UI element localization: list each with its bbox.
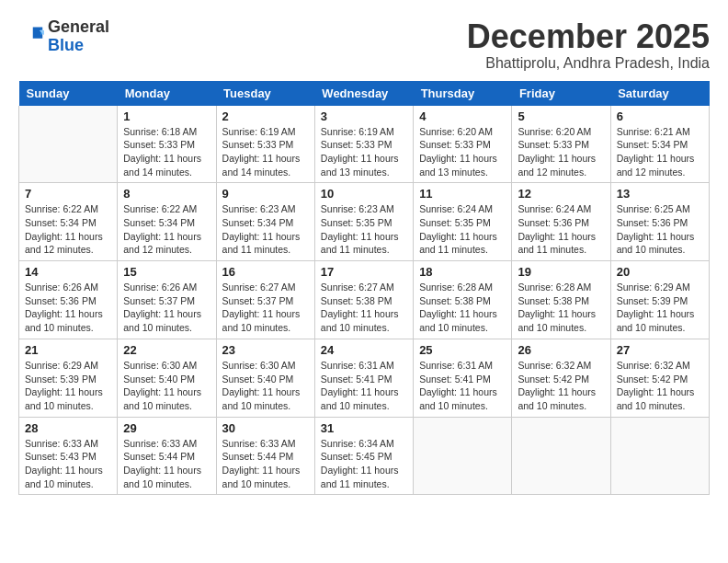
day-number: 17 xyxy=(321,265,407,279)
logo-icon xyxy=(18,24,44,50)
header-tuesday: Tuesday xyxy=(216,81,314,106)
day-number: 19 xyxy=(518,265,604,279)
day-number: 13 xyxy=(617,187,703,201)
day-info: Sunrise: 6:29 AM Sunset: 5:39 PM Dayligh… xyxy=(25,359,111,413)
day-info: Sunrise: 6:26 AM Sunset: 5:36 PM Dayligh… xyxy=(25,281,111,335)
calendar-cell: 23Sunrise: 6:30 AM Sunset: 5:40 PM Dayli… xyxy=(216,339,314,417)
calendar-cell: 18Sunrise: 6:28 AM Sunset: 5:38 PM Dayli… xyxy=(414,261,512,339)
day-number: 1 xyxy=(123,109,210,123)
day-info: Sunrise: 6:24 AM Sunset: 5:36 PM Dayligh… xyxy=(518,202,604,257)
day-number: 15 xyxy=(123,265,210,279)
day-info: Sunrise: 6:33 AM Sunset: 5:44 PM Dayligh… xyxy=(123,437,210,491)
day-number: 22 xyxy=(123,343,210,357)
calendar-cell xyxy=(414,417,512,495)
calendar-cell: 3Sunrise: 6:19 AM Sunset: 5:33 PM Daylig… xyxy=(314,106,413,183)
day-number: 23 xyxy=(222,343,309,357)
day-info: Sunrise: 6:31 AM Sunset: 5:41 PM Dayligh… xyxy=(419,359,506,413)
calendar-week-row: 21Sunrise: 6:29 AM Sunset: 5:39 PM Dayli… xyxy=(19,339,710,417)
day-number: 6 xyxy=(617,109,703,123)
day-number: 20 xyxy=(617,265,703,279)
calendar-cell: 2Sunrise: 6:19 AM Sunset: 5:33 PM Daylig… xyxy=(216,106,314,183)
day-number: 27 xyxy=(617,343,703,357)
day-number: 3 xyxy=(321,109,407,123)
calendar-cell: 27Sunrise: 6:32 AM Sunset: 5:42 PM Dayli… xyxy=(610,339,709,417)
day-info: Sunrise: 6:30 AM Sunset: 5:40 PM Dayligh… xyxy=(222,359,309,413)
day-number: 28 xyxy=(25,421,111,435)
logo-general: General xyxy=(48,17,109,36)
day-info: Sunrise: 6:19 AM Sunset: 5:33 PM Dayligh… xyxy=(222,125,309,179)
day-info: Sunrise: 6:32 AM Sunset: 5:42 PM Dayligh… xyxy=(617,359,703,413)
day-number: 16 xyxy=(222,265,309,279)
calendar-week-row: 1Sunrise: 6:18 AM Sunset: 5:33 PM Daylig… xyxy=(19,106,710,183)
day-info: Sunrise: 6:31 AM Sunset: 5:41 PM Dayligh… xyxy=(321,359,407,413)
day-info: Sunrise: 6:22 AM Sunset: 5:34 PM Dayligh… xyxy=(25,202,111,257)
day-info: Sunrise: 6:28 AM Sunset: 5:38 PM Dayligh… xyxy=(518,281,604,335)
day-number: 7 xyxy=(25,187,111,201)
day-number: 29 xyxy=(123,421,210,435)
day-info: Sunrise: 6:21 AM Sunset: 5:34 PM Dayligh… xyxy=(617,125,703,179)
calendar-cell: 28Sunrise: 6:33 AM Sunset: 5:43 PM Dayli… xyxy=(19,417,118,495)
calendar-cell: 16Sunrise: 6:27 AM Sunset: 5:37 PM Dayli… xyxy=(216,261,314,339)
header-friday: Friday xyxy=(512,81,610,106)
title-section: December 2025 Bhattiprolu, Andhra Prades… xyxy=(467,18,710,72)
header: General Blue December 2025 Bhattiprolu, … xyxy=(18,18,710,72)
calendar-cell xyxy=(610,417,709,495)
calendar-cell: 8Sunrise: 6:22 AM Sunset: 5:34 PM Daylig… xyxy=(118,183,216,261)
day-number: 14 xyxy=(25,265,111,279)
day-info: Sunrise: 6:19 AM Sunset: 5:33 PM Dayligh… xyxy=(321,125,407,179)
day-info: Sunrise: 6:23 AM Sunset: 5:35 PM Dayligh… xyxy=(321,202,407,257)
header-wednesday: Wednesday xyxy=(314,81,413,106)
day-number: 21 xyxy=(25,343,111,357)
month-title: December 2025 xyxy=(467,18,710,55)
calendar-week-row: 7Sunrise: 6:22 AM Sunset: 5:34 PM Daylig… xyxy=(19,183,710,261)
day-number: 18 xyxy=(419,265,506,279)
calendar-header-row: Sunday Monday Tuesday Wednesday Thursday… xyxy=(19,81,710,106)
calendar-cell: 15Sunrise: 6:26 AM Sunset: 5:37 PM Dayli… xyxy=(118,261,216,339)
calendar-cell: 12Sunrise: 6:24 AM Sunset: 5:36 PM Dayli… xyxy=(512,183,610,261)
day-number: 8 xyxy=(123,187,210,201)
calendar-cell: 30Sunrise: 6:33 AM Sunset: 5:44 PM Dayli… xyxy=(216,417,314,495)
day-info: Sunrise: 6:33 AM Sunset: 5:44 PM Dayligh… xyxy=(222,437,309,491)
day-number: 4 xyxy=(419,109,506,123)
calendar-cell: 31Sunrise: 6:34 AM Sunset: 5:45 PM Dayli… xyxy=(314,417,413,495)
header-sunday: Sunday xyxy=(19,81,118,106)
calendar-cell: 1Sunrise: 6:18 AM Sunset: 5:33 PM Daylig… xyxy=(118,106,216,183)
day-info: Sunrise: 6:24 AM Sunset: 5:35 PM Dayligh… xyxy=(419,202,506,257)
calendar-cell: 13Sunrise: 6:25 AM Sunset: 5:36 PM Dayli… xyxy=(610,183,709,261)
day-info: Sunrise: 6:34 AM Sunset: 5:45 PM Dayligh… xyxy=(321,437,407,491)
day-number: 31 xyxy=(321,421,407,435)
calendar-week-row: 14Sunrise: 6:26 AM Sunset: 5:36 PM Dayli… xyxy=(19,261,710,339)
day-info: Sunrise: 6:28 AM Sunset: 5:38 PM Dayligh… xyxy=(419,281,506,335)
day-number: 25 xyxy=(419,343,506,357)
day-number: 12 xyxy=(518,187,604,201)
header-saturday: Saturday xyxy=(610,81,709,106)
day-number: 30 xyxy=(222,421,309,435)
day-number: 10 xyxy=(321,187,407,201)
day-info: Sunrise: 6:29 AM Sunset: 5:39 PM Dayligh… xyxy=(617,281,703,335)
calendar-cell: 24Sunrise: 6:31 AM Sunset: 5:41 PM Dayli… xyxy=(314,339,413,417)
calendar-cell xyxy=(19,106,118,183)
day-info: Sunrise: 6:27 AM Sunset: 5:37 PM Dayligh… xyxy=(222,281,309,335)
calendar-cell: 19Sunrise: 6:28 AM Sunset: 5:38 PM Dayli… xyxy=(512,261,610,339)
header-thursday: Thursday xyxy=(414,81,512,106)
logo: General Blue xyxy=(18,18,109,55)
calendar-cell: 14Sunrise: 6:26 AM Sunset: 5:36 PM Dayli… xyxy=(19,261,118,339)
day-info: Sunrise: 6:20 AM Sunset: 5:33 PM Dayligh… xyxy=(419,125,506,179)
calendar-cell: 4Sunrise: 6:20 AM Sunset: 5:33 PM Daylig… xyxy=(414,106,512,183)
calendar-cell: 25Sunrise: 6:31 AM Sunset: 5:41 PM Dayli… xyxy=(414,339,512,417)
day-number: 24 xyxy=(321,343,407,357)
day-info: Sunrise: 6:22 AM Sunset: 5:34 PM Dayligh… xyxy=(123,202,210,257)
day-info: Sunrise: 6:32 AM Sunset: 5:42 PM Dayligh… xyxy=(518,359,604,413)
logo-text: General Blue xyxy=(48,18,109,55)
header-monday: Monday xyxy=(118,81,216,106)
calendar-cell: 22Sunrise: 6:30 AM Sunset: 5:40 PM Dayli… xyxy=(118,339,216,417)
calendar-cell: 29Sunrise: 6:33 AM Sunset: 5:44 PM Dayli… xyxy=(118,417,216,495)
day-info: Sunrise: 6:30 AM Sunset: 5:40 PM Dayligh… xyxy=(123,359,210,413)
calendar-cell: 9Sunrise: 6:23 AM Sunset: 5:34 PM Daylig… xyxy=(216,183,314,261)
page-container: General Blue December 2025 Bhattiprolu, … xyxy=(18,18,710,495)
day-info: Sunrise: 6:27 AM Sunset: 5:38 PM Dayligh… xyxy=(321,281,407,335)
calendar-cell: 26Sunrise: 6:32 AM Sunset: 5:42 PM Dayli… xyxy=(512,339,610,417)
calendar-cell: 10Sunrise: 6:23 AM Sunset: 5:35 PM Dayli… xyxy=(314,183,413,261)
calendar-cell xyxy=(512,417,610,495)
day-info: Sunrise: 6:26 AM Sunset: 5:37 PM Dayligh… xyxy=(123,281,210,335)
